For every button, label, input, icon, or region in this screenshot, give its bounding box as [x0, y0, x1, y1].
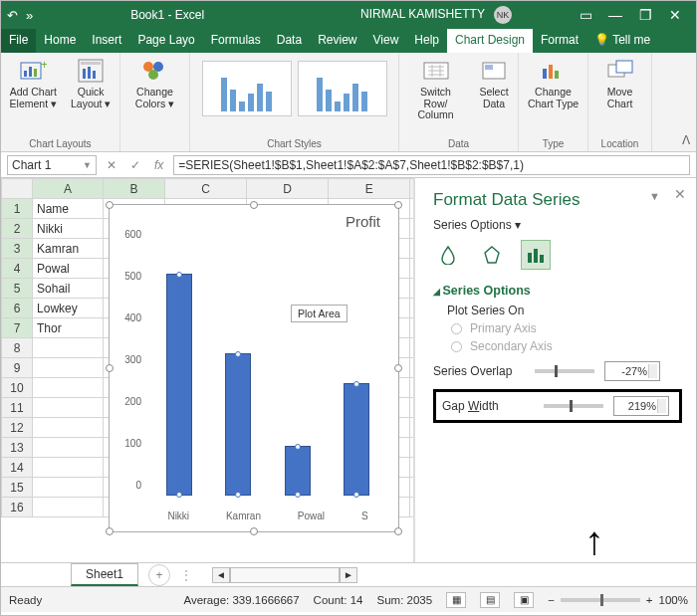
- row-header[interactable]: 16: [2, 498, 33, 517]
- tab-review[interactable]: Review: [310, 29, 364, 53]
- effects-tab-icon[interactable]: [477, 240, 507, 270]
- cell[interactable]: [33, 398, 104, 418]
- row-header[interactable]: 2: [2, 219, 33, 239]
- worksheet-grid[interactable]: A B C D E F 1 Name Profit 2 Nikki 3 Kamr…: [1, 178, 414, 562]
- resize-handle[interactable]: [394, 364, 402, 372]
- add-chart-element-button[interactable]: + Add Chart Element ▾: [10, 57, 57, 109]
- chart-y-axis[interactable]: 0100200300400500600: [110, 245, 145, 496]
- cell[interactable]: Powal: [33, 259, 104, 279]
- cell[interactable]: Lowkey: [33, 299, 104, 318]
- series-overlap-input[interactable]: -27%: [604, 361, 660, 381]
- avatar[interactable]: NK: [494, 6, 512, 24]
- sheet-tab[interactable]: Sheet1: [71, 563, 138, 586]
- cell[interactable]: [33, 498, 104, 517]
- tab-tell-me[interactable]: 💡 Tell me: [586, 29, 658, 53]
- column-header[interactable]: A: [33, 179, 104, 199]
- resize-handle[interactable]: [394, 201, 402, 209]
- tab-home[interactable]: Home: [36, 29, 84, 53]
- tab-insert[interactable]: Insert: [84, 29, 129, 53]
- scroll-right-button[interactable]: ►: [340, 567, 357, 583]
- gap-width-input[interactable]: 219%: [613, 396, 669, 416]
- column-header[interactable]: C: [165, 179, 247, 199]
- cell[interactable]: [33, 378, 104, 398]
- chart-style-2[interactable]: [298, 61, 387, 116]
- embedded-chart[interactable]: Profit 0100200300400500600 NikkiKamranPo…: [109, 204, 399, 532]
- resize-handle[interactable]: [106, 527, 114, 535]
- tab-help[interactable]: Help: [406, 29, 447, 53]
- row-header[interactable]: 11: [2, 398, 33, 418]
- quick-layout-button[interactable]: Quick Layout ▾: [71, 57, 111, 109]
- pane-dropdown[interactable]: Series Options ▾: [433, 218, 682, 232]
- cell[interactable]: [33, 458, 104, 478]
- add-sheet-button[interactable]: +: [148, 564, 170, 586]
- name-box[interactable]: Chart 1▼: [7, 155, 97, 175]
- row-header[interactable]: 12: [2, 418, 33, 438]
- row-header[interactable]: 10: [2, 378, 33, 398]
- cancel-formula-icon[interactable]: ✕: [103, 158, 120, 172]
- column-header[interactable]: B: [103, 179, 164, 199]
- cell[interactable]: Name: [33, 199, 104, 219]
- collapse-ribbon-icon[interactable]: ᐱ: [682, 133, 690, 147]
- row-header[interactable]: 5: [2, 279, 33, 299]
- qat-more-icon[interactable]: »: [26, 8, 33, 23]
- zoom-slider[interactable]: [561, 598, 640, 602]
- series-options-section[interactable]: Series Options: [433, 284, 682, 298]
- series-overlap-slider[interactable]: [535, 369, 594, 373]
- change-chart-type-button[interactable]: Change Chart Type: [528, 57, 579, 109]
- row-header[interactable]: 6: [2, 299, 33, 318]
- cell[interactable]: [33, 438, 104, 458]
- ribbon-options-icon[interactable]: ▭: [571, 7, 600, 23]
- row-header[interactable]: 14: [2, 458, 33, 478]
- pane-options-icon[interactable]: ▼: [649, 190, 660, 202]
- chart-x-axis[interactable]: NikkiKamranPowalS: [149, 511, 386, 521]
- tab-view[interactable]: View: [365, 29, 407, 53]
- move-chart-button[interactable]: Move Chart: [604, 57, 636, 109]
- row-header[interactable]: 13: [2, 438, 33, 458]
- zoom-out-button[interactable]: −: [548, 594, 555, 606]
- resize-handle[interactable]: [250, 201, 258, 209]
- cell[interactable]: Kamran: [33, 239, 104, 259]
- sheet-tab-more-icon[interactable]: ⋮: [180, 568, 192, 582]
- column-header[interactable]: D: [247, 179, 329, 199]
- tab-chart-design[interactable]: Chart Design: [447, 29, 533, 53]
- row-header[interactable]: 3: [2, 239, 33, 259]
- undo-icon[interactable]: ↶: [7, 8, 18, 23]
- fill-line-tab-icon[interactable]: [433, 240, 463, 270]
- chart-bar[interactable]: [344, 383, 369, 496]
- series-options-tab-icon[interactable]: [521, 240, 551, 270]
- cell[interactable]: [33, 338, 104, 358]
- cell[interactable]: [33, 478, 104, 498]
- cell[interactable]: Sohail: [33, 279, 104, 299]
- chart-style-1[interactable]: [202, 61, 292, 116]
- tab-format[interactable]: Format: [533, 29, 586, 53]
- fx-icon[interactable]: fx: [150, 158, 167, 172]
- page-break-view-button[interactable]: ▣: [514, 592, 534, 608]
- row-header[interactable]: 15: [2, 478, 33, 498]
- cell[interactable]: Thor: [33, 318, 104, 338]
- minimize-button[interactable]: —: [600, 7, 630, 23]
- enter-formula-icon[interactable]: ✓: [126, 158, 144, 172]
- close-button[interactable]: ✕: [660, 7, 690, 23]
- horizontal-scrollbar[interactable]: [230, 567, 340, 583]
- resize-handle[interactable]: [106, 364, 114, 372]
- switch-row-column-button[interactable]: Switch Row/ Column: [407, 57, 464, 121]
- row-header[interactable]: 9: [2, 358, 33, 378]
- column-header[interactable]: E: [329, 179, 410, 199]
- chart-styles-gallery[interactable]: [198, 57, 391, 120]
- zoom-value[interactable]: 100%: [659, 594, 688, 606]
- cell[interactable]: [33, 358, 104, 378]
- gap-width-slider[interactable]: [544, 404, 603, 408]
- chart-bar[interactable]: [285, 446, 311, 496]
- resize-handle[interactable]: [250, 527, 258, 535]
- chart-bar[interactable]: [166, 274, 192, 496]
- chart-bar[interactable]: [225, 353, 251, 496]
- close-pane-icon[interactable]: ✕: [674, 186, 686, 202]
- scroll-left-button[interactable]: ◄: [212, 567, 230, 583]
- resize-handle[interactable]: [106, 201, 114, 209]
- change-colors-button[interactable]: Change Colors ▾: [135, 57, 174, 109]
- tab-page-layout[interactable]: Page Layo: [129, 29, 202, 53]
- restore-button[interactable]: ❐: [630, 7, 660, 23]
- row-header[interactable]: 8: [2, 338, 33, 358]
- tab-data[interactable]: Data: [269, 29, 310, 53]
- select-all-cell[interactable]: [2, 179, 33, 199]
